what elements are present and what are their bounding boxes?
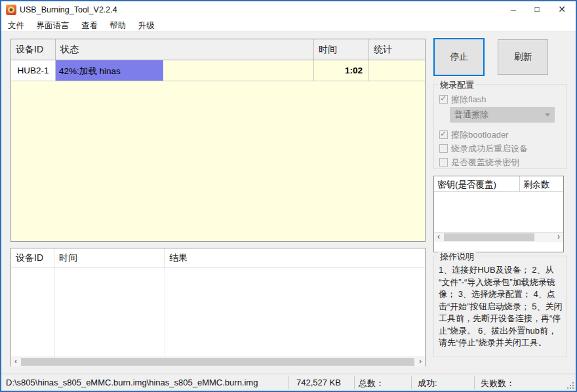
stop-button[interactable]: 停止 [433,38,485,76]
col-remaining[interactable]: 剩余数 [520,176,563,191]
maximize-button[interactable]: □ [526,1,548,18]
status-bar: D:\s805\hinas_s805_eMMC.burn.img\hinas_s… [1,374,576,391]
key-table-header: 密钥(是否覆盖) 剩余数 [434,176,563,192]
key-table-body [434,192,563,232]
col-time[interactable]: 时间 [54,248,165,267]
menu-help[interactable]: 帮助 [105,18,130,31]
checkbox-icon [439,158,448,167]
instruction-line: 1、连接好HUB及设备； [439,265,530,275]
device-row[interactable]: HUB2-1 42%:加载 hinas 1:02 [11,60,425,81]
progress-bar: 42%:加载 hinas [56,60,164,81]
checkbox-erase-flash[interactable]: 擦除flash [439,94,486,105]
result-table-header: 设备ID 时间 结果 [11,248,425,268]
key-table: 密钥(是否覆盖) 剩余数 ‹ › [433,176,564,252]
stats-cell [369,60,425,81]
minimize-button[interactable]: – [502,1,525,18]
checkbox-label: 擦除bootloader [451,129,508,141]
result-table: 设备ID 时间 结果 ‹ › [10,248,426,366]
chevron-down-icon [545,113,550,117]
app-window: USB_Burning_Tool_V2.2.4 – □ ✕ 文件 界面语言 查看… [0,0,577,392]
col-time[interactable]: 时间 [314,39,369,60]
checkbox-label: 擦除flash [451,94,486,106]
close-button[interactable]: ✕ [551,1,573,18]
result-table-body [11,268,425,357]
menu-view[interactable]: 查看 [77,18,102,31]
success-count-label: 成功: [418,378,437,389]
scroll-left-icon[interactable]: ‹ [434,233,443,242]
burn-config-group: 烧录配置 擦除flash 普通擦除 擦除bootloader 烧录成功后重启设备… [433,84,567,169]
failed-count-label: 失败数： [481,378,515,389]
checkbox-icon [439,95,448,104]
column-divider [54,268,55,357]
image-file-size: 742,527 KB [296,378,341,387]
checkbox-reboot-after-success[interactable]: 烧录成功后重启设备 [439,143,528,154]
col-status[interactable]: 状态 [56,39,314,60]
key-table-hscrollbar: ‹ › [434,232,563,242]
statusbar-divider [288,376,288,389]
scroll-left-icon[interactable]: ‹ [11,357,20,366]
scroll-right-icon[interactable]: › [554,233,563,242]
title-bar: USB_Burning_Tool_V2.2.4 – □ ✕ [1,1,576,18]
scrollbar-thumb[interactable] [444,233,534,241]
instructions-text: 1、连接好HUB及设备； 2、从“文件”-“导入烧录包”加载烧录镜像； 3、选择… [439,264,563,349]
refresh-button[interactable]: 刷新 [498,39,548,75]
erase-mode-select[interactable]: 普通擦除 [450,107,555,123]
col-stats[interactable]: 统计 [369,39,425,60]
instruction-line: 3、选择烧录配置； [458,289,531,299]
checkbox-icon [439,144,448,153]
checkbox-label: 是否覆盖烧录密钥 [451,157,519,168]
instructions-title: 操作说明 [438,251,476,263]
erase-mode-value: 普通擦除 [454,109,545,121]
col-result[interactable]: 结果 [165,248,425,267]
scrollbar-thumb[interactable] [21,358,414,366]
checkbox-label: 烧录成功后重启设备 [451,143,528,155]
app-icon [6,5,16,15]
column-divider [165,268,165,357]
statusbar-divider [354,376,355,389]
menu-language[interactable]: 界面语言 [31,18,73,31]
menu-upgrade[interactable]: 升级 [134,18,159,31]
progress-text: 42%:加载 hinas [56,60,163,77]
device-table-header: 设备ID 状态 时间 统计 [11,39,425,60]
menu-bar: 文件 界面语言 查看 帮助 升级 [1,18,576,31]
statusbar-divider [411,376,412,389]
checkbox-icon [439,130,448,139]
statusbar-divider [474,376,475,389]
col-device-id[interactable]: 设备ID [11,248,54,267]
instructions-group: 操作说明 1、连接好HUB及设备； 2、从“文件”-“导入烧录包”加载烧录镜像；… [433,256,567,357]
time-cell: 1:02 [314,60,369,81]
checkbox-overwrite-key[interactable]: 是否覆盖烧录密钥 [439,157,519,168]
window-title: USB_Burning_Tool_V2.2.4 [20,5,117,14]
status-cell: 42%:加载 hinas [56,60,314,81]
scroll-right-icon[interactable]: › [416,357,425,366]
col-key[interactable]: 密钥(是否覆盖) [434,176,520,191]
image-file-path: D:\s805\hinas_s805_eMMC.burn.img\hinas_s… [6,378,258,387]
total-count-label: 总数： [359,378,384,389]
checkbox-erase-bootloader[interactable]: 擦除bootloader [439,129,508,140]
burn-config-title: 烧录配置 [438,79,476,91]
col-device-id[interactable]: 设备ID [11,39,56,60]
device-table: 设备ID 状态 时间 统计 HUB2-1 42%:加载 hinas 1:02 [10,39,426,242]
resize-grip-icon[interactable] [572,387,574,389]
result-table-hscrollbar: ‹ › [11,357,425,366]
menu-file[interactable]: 文件 [3,18,29,31]
device-id-cell: HUB2-1 [11,60,56,81]
